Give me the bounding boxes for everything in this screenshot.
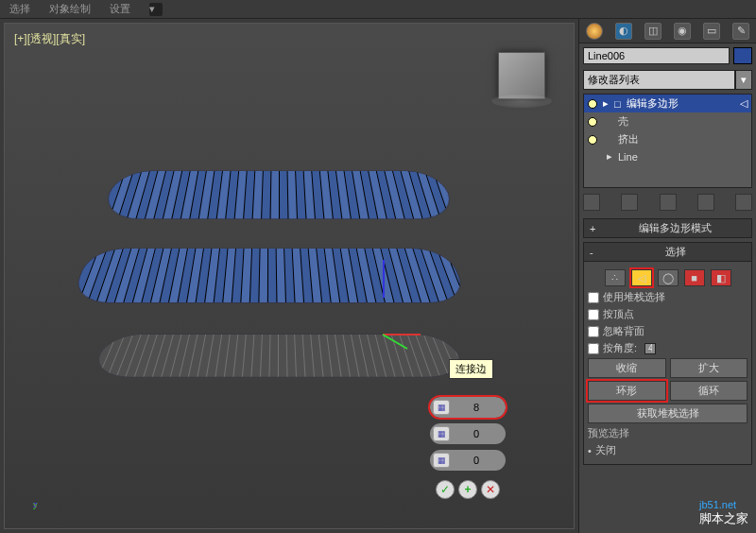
make-unique-icon[interactable] [660,194,677,211]
caddy-apply-button[interactable]: + [458,480,477,499]
eye-icon[interactable] [588,135,597,145]
spinner-slide[interactable]: ▦ 0 [430,450,506,471]
stack-item-shell[interactable]: 壳 [584,112,751,130]
dropdown-arrow-icon[interactable]: ▾ [735,70,752,90]
loop-button[interactable]: 循环 [670,381,748,401]
subobj-element[interactable]: ◧ [711,269,731,286]
object-name-input[interactable] [583,47,730,64]
hierarchy-tab-icon[interactable]: ◫ [644,23,662,40]
subobj-edge[interactable]: ◁ [631,269,652,286]
rollout-selection[interactable]: - 选择 [583,242,752,262]
command-panel-tabs: ◐ ◫ ◉ ▭ ✎ [579,19,756,43]
3d-model [71,156,477,439]
menu-objpaint[interactable]: 对象绘制 [49,2,91,16]
caddy-spinner-panel: ▦ 8 ▦ 0 ▦ 0 ✓ + ✕ [430,397,506,499]
expand-icon[interactable]: ▸ [603,97,609,110]
caddy-cancel-button[interactable]: ✕ [481,480,500,499]
spinner-up-icon[interactable]: ▦ [433,426,450,441]
stack-item-extrude[interactable]: 挤出 [584,130,751,148]
eye-icon[interactable] [588,99,597,109]
spinner-segments[interactable]: ▦ 8 [430,397,506,418]
check-by-angle[interactable] [588,343,599,354]
rollout-editpoly-mode[interactable]: + 编辑多边形模式 [583,218,752,238]
expand-icon[interactable]: ▸ [607,150,612,163]
subobj-border[interactable]: ◯ [658,269,679,286]
spinner-value[interactable]: 8 [450,402,503,413]
show-end-result-icon[interactable] [621,194,638,211]
object-color-swatch[interactable] [733,47,752,64]
tooltip-connect-edges: 连接边 [449,359,493,379]
pin-stack-icon[interactable] [583,194,600,211]
spinner-up-icon[interactable]: ▦ [433,400,450,415]
check-by-vertex[interactable] [588,309,599,320]
command-panel: ◐ ◫ ◉ ▭ ✎ 修改器列表 ▾ ▸ □ 编辑多边形 ◁ [578,19,756,533]
grow-button[interactable]: 扩大 [670,358,748,378]
viewcube[interactable] [498,52,545,99]
check-use-stack[interactable] [588,292,599,303]
stack-item-editpoly[interactable]: ▸ □ 编辑多边形 ◁ [584,95,751,112]
angle-input[interactable] [644,343,656,354]
spinner-value[interactable]: 0 [450,455,503,466]
display-tab-icon[interactable]: ▭ [703,23,720,40]
axis-tripod: x y z [33,472,71,509]
minus-icon: - [590,247,599,258]
modifier-list-dropdown[interactable]: 修改器列表 [583,70,735,90]
viewport[interactable]: [+][透视][真实] x y z 连接边 [5,24,574,528]
modifier-stack[interactable]: ▸ □ 编辑多边形 ◁ 壳 挤出 ▸ Li [583,94,752,188]
subobj-vertex[interactable]: ∴ [605,269,626,286]
menu-select[interactable]: 选择 [9,2,30,16]
eye-icon[interactable] [588,117,597,127]
configure-sets-icon[interactable] [735,194,752,211]
modify-tab-icon[interactable]: ◐ [615,23,632,40]
spinner-value[interactable]: 0 [450,428,503,439]
plus-icon: + [590,223,599,234]
utilities-tab-icon[interactable]: ✎ [732,23,749,40]
get-stack-sel-button[interactable]: 获取堆栈选择 [588,404,747,423]
stack-item-line[interactable]: ▸ Line [584,148,751,164]
toolbar-dropdown-icon[interactable]: ▾ [149,3,163,16]
create-tab-icon[interactable] [586,23,603,40]
check-ignore-back[interactable] [588,326,599,337]
menu-settings[interactable]: 设置 [110,2,130,16]
spinner-up-icon[interactable]: ▦ [433,453,450,468]
menubar: 选择 对象绘制 设置 ▾ [0,0,756,19]
motion-tab-icon[interactable]: ◉ [674,23,691,40]
ring-button[interactable]: 环形 [588,381,666,401]
viewport-label[interactable]: [+][透视][真实] [14,31,85,47]
remove-modifier-icon[interactable] [697,194,714,211]
caddy-ok-button[interactable]: ✓ [436,480,455,499]
subobj-polygon[interactable]: ■ [684,269,705,286]
transform-gizmo[interactable] [354,307,411,364]
spinner-pinch[interactable]: ▦ 0 [430,423,506,444]
shrink-button[interactable]: 收缩 [588,358,666,378]
